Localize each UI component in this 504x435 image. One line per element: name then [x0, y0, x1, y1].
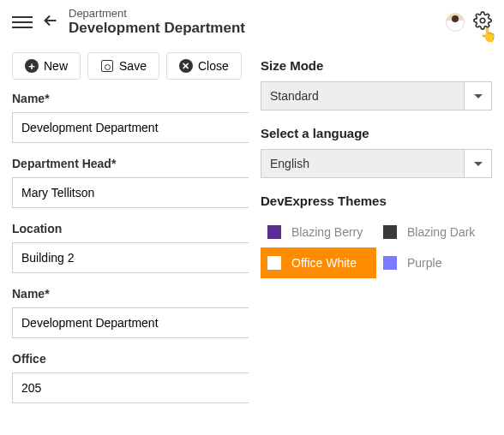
close-button[interactable]: ✕Close [166, 52, 242, 80]
new-button[interactable]: +New [12, 52, 81, 80]
svg-point-0 [480, 18, 485, 23]
page-title: Development Department [69, 20, 437, 37]
plus-icon: + [25, 59, 39, 73]
save-icon [100, 59, 114, 73]
menu-button[interactable] [12, 12, 33, 33]
back-arrow[interactable] [41, 11, 60, 33]
save-button[interactable]: Save [87, 52, 159, 80]
swatch-icon [383, 256, 397, 270]
swatch-icon [383, 225, 397, 239]
themes-title: DevExpress Themes [261, 194, 492, 208]
swatch-icon [267, 256, 281, 270]
title-block: Department Development Department [69, 7, 437, 37]
settings-panel: Size Mode Standard Select a language Eng… [249, 46, 504, 435]
breadcrumb: Department [69, 7, 437, 20]
size-mode-value[interactable]: Standard [261, 81, 465, 110]
size-mode-title: Size Mode [261, 58, 492, 73]
avatar[interactable] [446, 13, 465, 32]
theme-blazing-dark[interactable]: Blazing Dark [376, 217, 492, 247]
language-value[interactable]: English [261, 149, 465, 178]
theme-purple[interactable]: Purple [376, 247, 492, 278]
close-icon: ✕ [179, 59, 193, 73]
swatch-icon [267, 225, 281, 239]
language-title: Select a language [261, 126, 492, 140]
language-dropdown-button[interactable] [465, 149, 492, 178]
size-mode-dropdown-button[interactable] [465, 81, 492, 110]
theme-blazing-berry[interactable]: Blazing Berry [261, 217, 376, 247]
theme-office-white[interactable]: Office White [261, 247, 376, 278]
settings-gear-icon[interactable]: 👆 [473, 11, 492, 33]
